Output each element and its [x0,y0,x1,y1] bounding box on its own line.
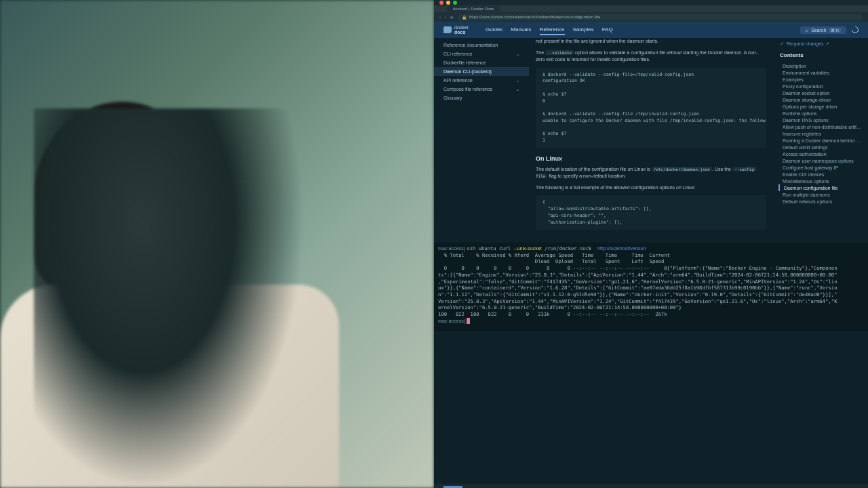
inline-code: --validate [545,50,574,55]
search-button[interactable]: ⌕ Search ⌘ K [800,26,846,34]
code-block: { "allow-nondistributable-artifacts": []… [536,195,766,230]
toc-item[interactable]: Default network options [780,198,861,205]
search-icon: ⌕ [806,28,808,33]
nav-item-guides[interactable]: Guides [486,25,502,35]
close-icon[interactable] [439,1,443,5]
taskbar [434,484,868,488]
toc-item[interactable]: Access authorization [780,150,861,157]
browser-tab-bar: dockerd | Docker Docs [434,5,868,12]
inline-code: /etc/docker/daemon.json [652,167,712,171]
right-screen: dockerd | Docker Docs ‹ › ⟳ 🔒 https://do… [434,0,868,488]
toc-item[interactable]: Description [780,62,861,69]
background-photo [0,0,434,488]
request-changes-link[interactable]: ✓ Request changes ↗ [780,41,861,47]
paragraph: The --validate option allows to validate… [536,49,766,64]
sidebar-item-label: Glossary [443,96,462,100]
sidebar-item[interactable]: Daemon CLI (dockerd) [434,67,529,76]
logo[interactable]: docker docs [443,25,480,35]
reload-icon[interactable]: ⟳ [450,15,454,20]
paragraph: not present in the file are ignored when… [536,38,766,45]
sidebar-item-label: Compose file reference [443,87,492,92]
nav-item-manuals[interactable]: Manuals [511,25,531,35]
sidebar-item[interactable]: Glossary [434,94,529,102]
photo-shadow [34,108,305,488]
toc-item[interactable]: Allow push of non-distributable artifact… [780,123,861,130]
toc-item[interactable]: Daemon socket option [780,89,861,96]
browser-tab[interactable]: dockerd | Docker Docs [448,6,500,12]
sidebar-item[interactable]: CLI reference⌄ [434,49,529,58]
toc-item[interactable]: Examples [780,76,861,83]
toc-title: Contents [780,52,861,58]
docs-body: Reference documentationCLI reference⌄Doc… [434,38,868,243]
sidebar-item[interactable]: Reference documentation [434,41,529,49]
toc-item[interactable]: Daemon storage-driver [780,96,861,103]
docs-sidebar: Reference documentationCLI reference⌄Doc… [434,38,529,243]
toc-item[interactable]: Runtime options [780,110,861,117]
forward-icon[interactable]: › [445,15,446,19]
external-link-icon: ↗ [825,41,829,47]
main-nav: GuidesManualsReferenceSamplesFAQ [486,25,613,35]
maximize-icon[interactable] [453,1,457,5]
toc-item[interactable]: Proxy configuration [780,83,861,89]
nav-item-samples[interactable]: Samples [573,25,594,35]
window-titlebar [434,0,868,5]
code-block: $ dockerd --validate --config-file=/tmp/… [536,68,766,148]
terminal-panel[interactable]: mac access) ssh ubuntu curl --unix-socke… [434,243,868,331]
toc-item[interactable]: Running a Docker daemon behind an HTTPS_… [780,137,861,144]
nav-item-faq[interactable]: FAQ [602,25,613,35]
chevron-down-icon: ⌄ [516,52,519,56]
toc-item[interactable]: Insecure registries [780,130,861,137]
toc-item[interactable]: Configure host gateway IP [780,164,861,171]
sidebar-item-label: API reference [443,78,473,83]
toc-item[interactable]: Default ulimit settings [780,144,861,150]
table-of-contents: ✓ Request changes ↗ Contents Description… [773,38,868,243]
toc-item[interactable]: Environment variables [780,69,861,76]
sidebar-item[interactable]: API reference⌄ [434,76,529,85]
back-icon[interactable]: ‹ [439,15,441,19]
search-label: Search [811,28,826,33]
toc-item[interactable]: Enable CDI devices [780,171,861,178]
toc-item[interactable]: Daemon DNS options [780,117,861,123]
logo-text: docker docs [454,25,469,35]
toc-item[interactable]: Daemon configuration file [778,184,861,191]
sidebar-item-label: CLI reference [443,52,472,56]
search-kbd: ⌘ K [829,28,841,33]
sidebar-item[interactable]: Compose file reference⌄ [434,85,529,94]
sidebar-item[interactable]: Dockerfile reference [434,58,529,67]
url-field[interactable]: 🔒 https://docs.docker.com/reference/cli/… [458,14,863,20]
chevron-down-icon: ⌄ [516,78,519,83]
url-text: https://docs.docker.com/reference/cli/do… [469,15,600,19]
lock-icon: 🔒 [462,15,467,20]
section-heading: On Linux [536,155,766,162]
sidebar-item-label: Reference documentation [443,43,498,47]
paragraph: The default location of the configuratio… [536,166,766,180]
toc-item[interactable]: Daemon user namespace options [780,157,861,164]
browser-toolbar: ‹ › ⟳ 🔒 https://docs.docker.com/referenc… [434,12,868,22]
theme-toggle[interactable] [852,26,859,33]
check-icon: ✓ [780,41,785,47]
docker-whale-icon [443,26,452,33]
terminal-empty [434,331,868,480]
toc-item[interactable]: Run multiple daemons [780,191,861,198]
nav-item-reference[interactable]: Reference [540,25,565,35]
minimize-icon[interactable] [446,1,450,5]
sidebar-item-label: Dockerfile reference [443,60,486,65]
toc-item[interactable]: Options per storage driver [780,103,861,110]
sidebar-item-label: Daemon CLI (dockerd) [443,69,492,74]
site-header: docker docs GuidesManualsReferenceSample… [434,22,868,38]
toc-item[interactable]: Miscellaneous options [780,178,861,184]
main-content: not present in the file are ignored when… [529,38,773,243]
chevron-down-icon: ⌄ [516,87,519,92]
paragraph: The following is a full example of the a… [536,184,766,192]
